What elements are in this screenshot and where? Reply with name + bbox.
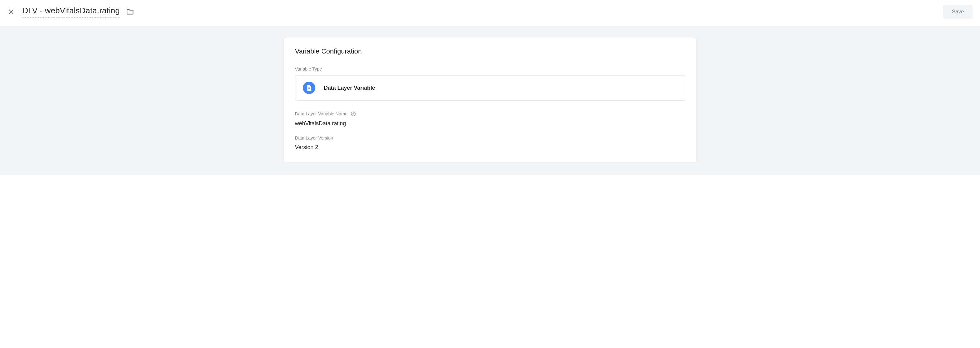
version-label: Data Layer Version — [295, 136, 685, 141]
config-card: Variable Configuration Variable Type Dat… — [284, 37, 697, 163]
header-left: DLV - webVitalsData.rating — [8, 6, 134, 17]
title-wrap: DLV - webVitalsData.rating — [22, 6, 134, 17]
content-area: Variable Configuration Variable Type Dat… — [0, 26, 980, 175]
svg-rect-3 — [308, 89, 310, 89]
version-value: Version 2 — [295, 144, 685, 151]
variable-type-selector[interactable]: Data Layer Variable — [295, 75, 685, 101]
card-title: Variable Configuration — [295, 47, 685, 55]
variable-type-value: Data Layer Variable — [324, 85, 375, 91]
variable-type-label: Variable Type — [295, 66, 685, 71]
folder-icon[interactable] — [126, 8, 134, 16]
variable-name-label: Data Layer Variable Name — [295, 111, 685, 117]
header: DLV - webVitalsData.rating Save — [0, 0, 980, 26]
save-button[interactable]: Save — [943, 5, 972, 19]
document-icon — [303, 82, 315, 94]
svg-rect-2 — [308, 87, 310, 88]
variable-name-value: webVitalsData.rating — [295, 120, 685, 127]
help-icon[interactable] — [350, 111, 356, 117]
version-field: Data Layer Version Version 2 — [295, 136, 685, 151]
variable-name-field: Data Layer Variable Name webVitalsData.r… — [295, 111, 685, 127]
page-title[interactable]: DLV - webVitalsData.rating — [22, 6, 120, 17]
variable-name-label-text: Data Layer Variable Name — [295, 111, 348, 116]
close-icon[interactable] — [8, 8, 15, 16]
